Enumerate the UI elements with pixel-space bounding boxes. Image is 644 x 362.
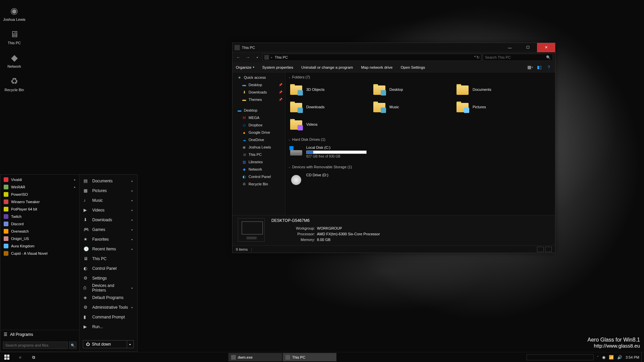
start-item-favorites[interactable]: ★Favorites▸ xyxy=(79,234,137,244)
start-item-music[interactable]: ♪Music▸ xyxy=(79,195,137,205)
desktop-icon-this-pc[interactable]: 🖥This PC xyxy=(2,25,27,49)
cortana-button[interactable]: ○ xyxy=(13,352,27,362)
start-item-devices-and-printers[interactable]: ⎙Devices and Printers▸ xyxy=(79,283,137,293)
sidebar-item-network[interactable]: ◆Network xyxy=(232,166,285,173)
sidebar-item-desktop[interactable]: ▬Desktop xyxy=(232,107,285,114)
sidebar-item-mega[interactable]: MMEGA xyxy=(232,114,285,121)
volume-tray-icon[interactable]: 🔊 xyxy=(617,355,622,360)
folder-desktop[interactable]: Desktop xyxy=(371,82,452,97)
help-button[interactable]: ? xyxy=(546,64,552,70)
pinned-item[interactable]: Onigiri_US xyxy=(0,235,79,242)
start-item-games[interactable]: 🎮Games▸ xyxy=(79,225,137,234)
view-icons-button[interactable] xyxy=(545,247,552,252)
start-item-administrative-tools[interactable]: ⚙Administrative Tools▸ xyxy=(79,302,137,312)
folder-pictures[interactable]: Pictures xyxy=(454,99,535,115)
pinned-item[interactable]: Discord xyxy=(0,220,79,228)
pinned-item[interactable]: Aura Kingdom xyxy=(0,242,79,250)
pinned-item[interactable]: WinRAR▸ xyxy=(0,183,79,191)
pinned-item[interactable]: Cupid - A Visual Novel xyxy=(0,250,79,257)
folder-videos[interactable]: Videos xyxy=(288,117,369,132)
start-item-label: Default Programs xyxy=(92,295,123,300)
forward-button[interactable]: → xyxy=(244,53,252,61)
start-search-input[interactable] xyxy=(3,342,68,349)
view-details-button[interactable] xyxy=(537,247,544,252)
desktop-icon-joshua-lewis[interactable]: ◉Joshua Lewis xyxy=(2,2,27,25)
clock[interactable]: 3:54 PM xyxy=(626,355,639,359)
address-bar[interactable]: ▸ This PC ▾ ↻ xyxy=(263,54,481,61)
minimize-button[interactable]: — xyxy=(501,43,519,52)
sidebar-item-joshua-lewis[interactable]: ◉Joshua Lewis xyxy=(232,143,285,151)
open-settings-button[interactable]: Open Settings xyxy=(400,65,425,69)
folders-group-header[interactable]: ⌄Folders (7) xyxy=(288,74,552,80)
removable-group-header[interactable]: ⌄Devices with Removable Storage (1) xyxy=(288,164,552,170)
start-item-this-pc[interactable]: 🖥This PC xyxy=(79,254,137,263)
folder-music[interactable]: Music xyxy=(371,99,452,115)
pinned-item[interactable]: Twitch xyxy=(0,213,79,220)
pinned-item[interactable]: Winaero Tweaker xyxy=(0,198,79,205)
sidebar-item-libraries[interactable]: ▥Libraries xyxy=(232,158,285,166)
organize-button[interactable]: Organize ▾ xyxy=(236,65,254,69)
desktop-icon-recycle-bin[interactable]: ♻Recycle Bin xyxy=(2,72,27,96)
task-view-button[interactable]: ⧉ xyxy=(27,352,40,362)
folder-3d-objects[interactable]: 3D Objects xyxy=(288,82,369,97)
back-button[interactable]: ← xyxy=(234,53,243,61)
pinned-item[interactable]: PowerISO xyxy=(0,191,79,198)
start-item-control-panel[interactable]: ◐Control Panel xyxy=(79,263,137,273)
start-button[interactable] xyxy=(0,352,13,362)
start-item-run-[interactable]: ▶Run... xyxy=(79,322,137,331)
preview-pane-button[interactable]: ▮▯ xyxy=(536,64,542,70)
recent-locations-button[interactable]: ▾ xyxy=(253,53,261,61)
maximize-button[interactable]: ☐ xyxy=(519,43,537,52)
network-tray-icon[interactable]: 📶 xyxy=(609,355,614,360)
sidebar-item-desktop[interactable]: ▬Desktop📌 xyxy=(232,81,285,88)
desktop-icon-network[interactable]: ◆Network xyxy=(2,49,27,72)
sidebar-item-quick-access[interactable]: ★Quick access xyxy=(232,74,285,81)
folder-downloads[interactable]: Downloads xyxy=(288,99,369,115)
shutdown-main[interactable]: ⏻ Shut down xyxy=(83,341,127,348)
map-network-button[interactable]: Map network drive xyxy=(361,65,392,69)
discord-tray-icon[interactable]: ◉ xyxy=(602,355,605,360)
pinned-item[interactable]: Vivaldi▸ xyxy=(0,176,79,183)
close-button[interactable]: ✕ xyxy=(537,43,555,52)
folder-icon xyxy=(289,118,303,130)
sidebar-item-downloads[interactable]: ⬇Downloads📌 xyxy=(232,88,285,96)
start-item-default-programs[interactable]: ◈Default Programs xyxy=(79,293,137,302)
sidebar-item-control-panel[interactable]: ◐Control Panel xyxy=(232,173,285,180)
sidebar-item-themes[interactable]: ▬Themes📌 xyxy=(232,96,285,103)
titlebar[interactable]: This PC — ☐ ✕ xyxy=(232,43,555,52)
sidebar-item-google-drive[interactable]: ▲Google Drive xyxy=(232,129,285,136)
tray-chevron-icon[interactable]: ˄ xyxy=(597,356,599,359)
sidebar-item-label: Google Drive xyxy=(249,130,270,134)
taskbar-task[interactable]: dwm.exe xyxy=(228,353,282,361)
search-icon[interactable]: 🔍 xyxy=(546,55,551,60)
search-icon[interactable]: 🔍 xyxy=(69,342,76,349)
view-options-button[interactable]: ▦▾ xyxy=(527,64,533,70)
start-item-videos[interactable]: ▶Videos▸ xyxy=(79,205,137,215)
shutdown-options-button[interactable]: ▸ xyxy=(127,341,133,348)
start-item-recent-items[interactable]: 🕓Recent Items▸ xyxy=(79,244,137,254)
chevron-down-icon[interactable]: ▾ xyxy=(474,55,476,60)
start-item-command-prompt[interactable]: ▮Command Prompt xyxy=(79,312,137,322)
language-bar[interactable] xyxy=(527,354,594,360)
sidebar-item-onedrive[interactable]: ☁OneDrive xyxy=(232,136,285,143)
refresh-icon[interactable]: ↻ xyxy=(476,55,480,60)
drive-local-c[interactable]: Local Disk (C:) 827 GB free of 930 GB xyxy=(288,144,369,160)
sidebar-item-dropbox[interactable]: ◇Dropbox xyxy=(232,121,285,129)
start-item-settings[interactable]: ⚙Settings xyxy=(79,273,137,283)
start-item-pictures[interactable]: ▦Pictures▸ xyxy=(79,186,137,195)
system-properties-button[interactable]: System properties xyxy=(262,65,293,69)
uninstall-button[interactable]: Uninstall or change a program xyxy=(301,65,353,69)
drives-group-header[interactable]: ⌄Hard Disk Drives (1) xyxy=(288,136,552,143)
pinned-item[interactable]: PotPlayer 64 bit xyxy=(0,205,79,213)
start-item-downloads[interactable]: ⬇Downloads▸ xyxy=(79,215,137,225)
show-desktop-button[interactable] xyxy=(641,352,644,362)
taskbar-task[interactable]: This PC xyxy=(283,353,336,361)
cd-drive[interactable]: CD Drive (D:) xyxy=(288,172,369,186)
sidebar-item-this-pc[interactable]: 🖥This PC xyxy=(232,151,285,158)
search-input[interactable] xyxy=(485,55,546,59)
start-item-documents[interactable]: ▤Documents▸ xyxy=(79,176,137,186)
folder-documents[interactable]: Documents xyxy=(454,82,535,97)
sidebar-item-recycle-bin[interactable]: ♻Recycle Bin xyxy=(232,180,285,188)
all-programs-button[interactable]: ☰ All Programs xyxy=(0,330,79,339)
pinned-item[interactable]: Overwatch xyxy=(0,228,79,235)
